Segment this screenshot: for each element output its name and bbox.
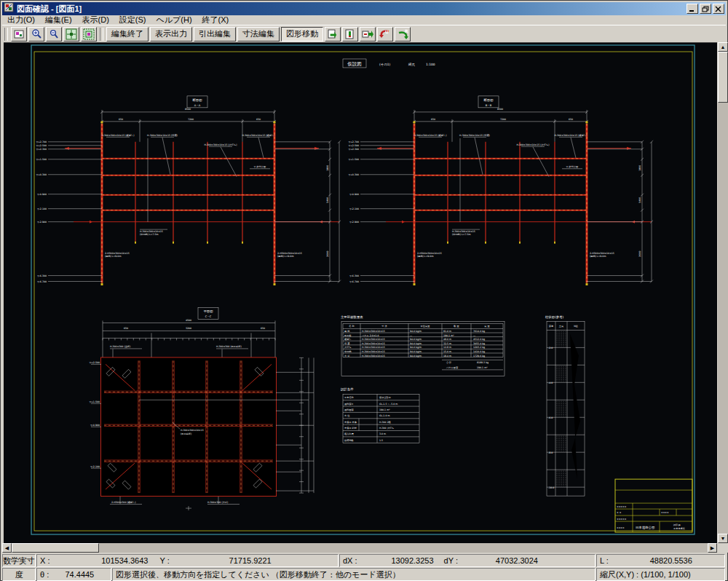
svg-text:8188.3 kg: 8188.3 kg: [477, 361, 488, 364]
svg-text:H-300×300 (覆工受桁): H-300×300 (覆工受桁): [216, 345, 242, 348]
svg-text:深度: 深度: [549, 325, 554, 328]
svg-text:数 量: 数 量: [454, 325, 459, 328]
title-bar: 図面確認 - [図面1]: [2, 2, 726, 15]
undo-button[interactable]: U: [377, 27, 393, 42]
svg-text:腹起し: 腹起し: [344, 338, 352, 341]
section-b-view: [349, 108, 653, 285]
svg-text:工事名称: 工事名称: [344, 396, 355, 399]
dimension-edit-button[interactable]: 寸法編集: [237, 27, 280, 42]
svg-text:火打ち: 火打ち: [344, 346, 352, 349]
scrollbar-corner: [718, 543, 728, 553]
minimize-button[interactable]: [687, 4, 698, 14]
dx-value: 13092.3253: [357, 556, 434, 565]
dx-label: dX :: [343, 556, 357, 565]
insert-arrow-button[interactable]: [360, 27, 376, 42]
svg-text:掘削深さ: 掘削深さ: [344, 403, 354, 406]
title-block: ××××× × × ×××× ××××× ×××× 日本道路公団 設計課 工事事…: [615, 479, 692, 532]
svg-text:合 計: 合 計: [446, 361, 452, 364]
shape-move-button[interactable]: 図形移動: [281, 27, 323, 42]
vertical-scrollbar[interactable]: ▲ ▼: [718, 42, 728, 543]
svg-text:質 量: 質 量: [484, 325, 490, 328]
display-output-button[interactable]: 表示出力: [150, 27, 192, 42]
svg-text:(その1): (その1): [379, 63, 390, 66]
svg-text:H-300×300 (主桁): H-300×300 (主桁): [110, 345, 130, 348]
fit-view-icon: [66, 28, 77, 40]
zoom-in-button[interactable]: [28, 27, 44, 42]
svg-text:切 梁: 切 梁: [344, 341, 350, 345]
quantity-table: 主要部材数量表 名 称寸 法単位質量数 量質 量 親 杭H-300×300×10…: [341, 315, 505, 376]
svg-text:48.0 m: 48.0 m: [443, 338, 451, 341]
l-value: 48820.5536: [609, 556, 692, 565]
layer-bar-icon: [344, 28, 356, 40]
svg-text:▽+2.500: ▽+2.500: [90, 361, 100, 364]
svg-text:1410.0 kg: 1410.0 kg: [473, 350, 485, 353]
svg-text:親 杭: 親 杭: [344, 330, 350, 333]
svg-text:—: —: [410, 334, 413, 337]
zoom-out-icon: [48, 28, 60, 40]
preview-icon: [13, 28, 25, 40]
scale-readout: 縮尺(X,Y) : (1/100, 1/100): [596, 568, 725, 581]
menu-view[interactable]: 表示(D): [77, 15, 114, 25]
copy-page-button[interactable]: [325, 27, 341, 42]
svg-text:GL-1.5 ~ -5.0 m: GL-1.5 ~ -5.0 m: [379, 403, 397, 406]
menu-output[interactable]: 出力(O): [2, 15, 40, 25]
svg-text:H-300×300×10×15: H-300×300×10×15: [362, 346, 385, 349]
cad-drawing: 8500 6507200650: [4, 43, 717, 543]
close-button[interactable]: [713, 4, 724, 14]
zoom-in-icon: [31, 28, 42, 40]
toolbar-separator: [100, 28, 103, 41]
edit-end-button[interactable]: 編集終了: [106, 27, 149, 42]
svg-text:-8.0: -8.0: [548, 451, 553, 454]
svg-text:3.0 m: 3.0 m: [379, 432, 386, 435]
svg-text:7614.0 kg: 7614.0 kg: [473, 330, 485, 333]
layer-bar-button[interactable]: [342, 27, 358, 42]
scroll-down-button[interactable]: ▼: [718, 534, 728, 543]
drawing-canvas[interactable]: 8500 6507200650: [4, 42, 717, 543]
scroll-up-button[interactable]: ▲: [718, 42, 728, 52]
svg-text:-10.0: -10.0: [548, 486, 554, 489]
horizontal-scroll-thumb[interactable]: [12, 543, 99, 553]
svg-text:B－B: B－B: [486, 104, 492, 107]
preview-button[interactable]: [11, 27, 27, 42]
scroll-left-button[interactable]: ◀: [2, 543, 12, 553]
horizontal-scrollbar[interactable]: ◀ ▶: [2, 543, 717, 553]
svg-text:4500: 4500: [186, 319, 191, 322]
svg-text:土質: 土質: [559, 325, 564, 328]
status-message: 図形選択後、移動方向を指定してください （図形移動終了：他のモード選択）: [112, 568, 596, 581]
svg-text:2-H300×300 (腹起し): 2-H300×300 (腹起し): [111, 501, 136, 504]
svg-text:81.0 m: 81.0 m: [443, 330, 451, 333]
boring-log: 柱状図(参考) 深度土質N値 -2.0-4.0-6.0-8.0-10.0: [545, 315, 585, 496]
svg-text:H-300×300×10×15: H-300×300×10×15: [362, 330, 385, 333]
vertical-scroll-thumb[interactable]: [718, 52, 728, 103]
redo-icon: R: [396, 28, 409, 40]
zoom-out-button[interactable]: [46, 27, 62, 42]
svg-text:割増係数: 割増係数: [344, 439, 355, 442]
svg-text:工事事務所: 工事事務所: [673, 527, 686, 530]
svg-text:12.8 m: 12.8 m: [443, 346, 451, 349]
menu-settings[interactable]: 設定(S): [114, 15, 151, 25]
zoom-window-button[interactable]: [81, 27, 97, 42]
svg-text:覆工板: 覆工板: [344, 334, 352, 337]
svg-text:15.0 m: 15.0 m: [443, 350, 451, 353]
restore-button[interactable]: [700, 4, 711, 14]
app-window: 図面確認 - [図面1] 出力(O) 編集(E) 表示(D) 設定(S) ヘルプ…: [0, 0, 728, 581]
scroll-right-button[interactable]: ▶: [708, 543, 717, 553]
section-a-label: 断面図 A－A: [187, 96, 207, 108]
horizontal-scroll-track[interactable]: [99, 543, 708, 553]
menu-help[interactable]: ヘルプ(H): [151, 15, 197, 25]
section-b-label: 断面図 B－B: [478, 96, 499, 108]
svg-text:根入れ長: 根入れ長: [344, 432, 355, 435]
svg-text:××××: ××××: [661, 511, 669, 514]
dy-label: dY :: [444, 556, 458, 565]
sheet-title: 仮設図 (その1) 縮尺 1:100: [343, 59, 435, 68]
svg-text:R: R: [405, 28, 408, 33]
menu-exit[interactable]: 終了(X): [197, 15, 234, 25]
svg-text:設計課: 設計課: [673, 523, 681, 526]
svg-text:1729.6 kg: 1729.6 kg: [473, 355, 485, 357]
menu-edit[interactable]: 編集(E): [40, 15, 77, 25]
theta-value: 74.4445: [49, 570, 94, 579]
fit-view-button[interactable]: [63, 27, 79, 42]
leader-edit-button[interactable]: 引出編集: [194, 27, 236, 42]
svg-text:GL-1.0 m: GL-1.0 m: [379, 414, 390, 417]
redo-button[interactable]: R: [395, 27, 411, 42]
